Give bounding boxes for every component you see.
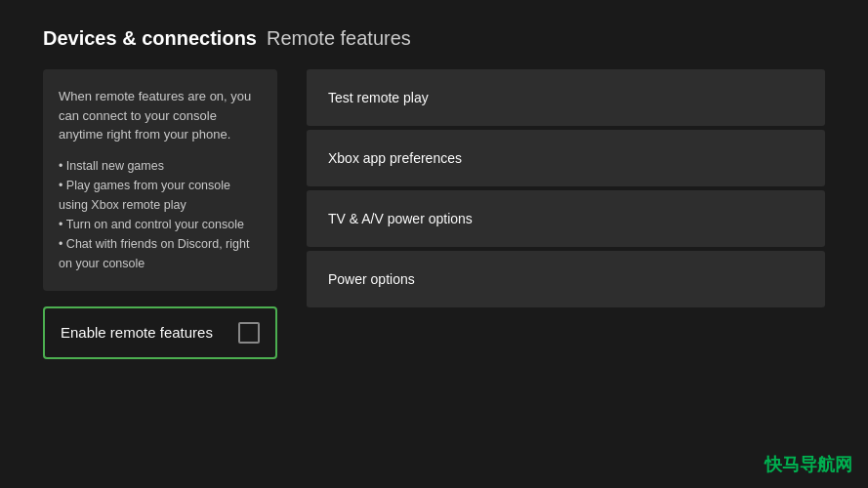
info-intro: When remote features are on, you can con… (59, 87, 262, 144)
menu-item-1[interactable]: Xbox app preferences (307, 130, 825, 186)
info-bullets: Install new gamesPlay games from your co… (59, 156, 262, 273)
content-area: When remote features are on, you can con… (0, 69, 868, 359)
header-section: Remote features (267, 27, 411, 50)
menu-item-label-1: Xbox app preferences (328, 150, 462, 166)
right-panel: Test remote playXbox app preferencesTV &… (307, 69, 825, 307)
enable-remote-features-button[interactable]: Enable remote features (43, 306, 277, 359)
info-bullet: Turn on and control your console (59, 215, 262, 234)
menu-item-label-0: Test remote play (328, 90, 429, 105)
info-bullet: Chat with friends on Discord, right on y… (59, 234, 262, 273)
header-brand: Devices & connections (43, 27, 257, 50)
enable-checkbox[interactable] (238, 322, 260, 344)
enable-label: Enable remote features (61, 324, 213, 341)
menu-item-0[interactable]: Test remote play (307, 69, 825, 126)
info-box: When remote features are on, you can con… (43, 69, 277, 291)
menu-item-2[interactable]: TV & A/V power options (307, 190, 825, 247)
info-bullet: Install new games (59, 156, 262, 176)
page-header: Devices & connections Remote features (0, 0, 868, 69)
menu-item-label-3: Power options (328, 271, 415, 287)
menu-item-label-2: TV & A/V power options (328, 211, 473, 226)
page-container: Devices & connections Remote features Wh… (0, 0, 868, 488)
info-bullet: Play games from your console using Xbox … (59, 176, 262, 215)
menu-item-3[interactable]: Power options (307, 251, 825, 307)
left-panel: When remote features are on, you can con… (43, 69, 277, 359)
watermark: 快马导航网 (765, 453, 852, 476)
